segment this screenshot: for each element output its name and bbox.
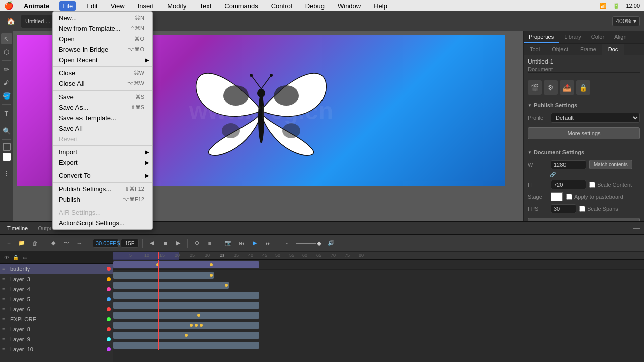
outline-icon[interactable]: ▭ [20, 253, 29, 262]
layer-row-10[interactable]: ≡ Layer_10 [0, 344, 113, 354]
text-tool[interactable]: T [1, 108, 12, 119]
sub-tab-doc[interactable]: Doc [602, 44, 624, 55]
stroke-color[interactable] [3, 143, 11, 151]
untitled-tab[interactable]: Untitled-... [21, 15, 54, 28]
layer-row-4[interactable]: ≡ Layer_4 [0, 284, 113, 294]
doc-icon-export[interactable]: 📤 [560, 80, 574, 95]
menu-convert-to[interactable]: Convert To ▶ [53, 170, 152, 181]
menu-edit[interactable]: Edit [83, 1, 100, 11]
ease-btn[interactable]: ~ [281, 238, 292, 249]
apply-pasteboard-checkbox[interactable] [566, 194, 572, 200]
keyframe-btn[interactable]: ◆ [48, 238, 59, 249]
play-btn[interactable]: ▶ [249, 238, 260, 249]
menu-save[interactable]: Save ⌘S [53, 92, 152, 102]
app-name[interactable]: Animate [21, 1, 52, 11]
menu-file[interactable]: File [59, 1, 76, 11]
menu-commands[interactable]: Commands [221, 1, 261, 11]
menu-close[interactable]: Close ⌘W [53, 68, 152, 78]
menu-save-as[interactable]: Save As... ⇧⌘S [53, 102, 152, 113]
layer-row-6[interactable]: ≡ Layer_6 [0, 304, 113, 314]
menu-browse-bridge[interactable]: Browse in Bridge ⌥⌘O [53, 44, 152, 55]
doc-icon-lock[interactable]: 🔒 [576, 80, 590, 95]
menu-control[interactable]: Control [268, 1, 295, 11]
sub-tab-frame[interactable]: Frame [574, 44, 602, 55]
pencil-tool[interactable]: ✏ [1, 64, 12, 75]
h-input[interactable] [551, 180, 586, 189]
add-layer-btn[interactable]: ＋ [3, 238, 14, 249]
lock-layer-icon[interactable]: 🔒 [11, 253, 20, 262]
menu-insert[interactable]: Insert [135, 1, 157, 11]
layer-row-3[interactable]: ≡ Layer_3 [0, 274, 113, 284]
brush-tool[interactable]: 🖌 [1, 77, 12, 88]
tween-btn[interactable]: 〜 [61, 238, 72, 249]
w-input[interactable] [551, 160, 586, 169]
timeline-collapse-btn[interactable]: — [633, 224, 640, 232]
delete-layer-btn[interactable]: 🗑 [29, 238, 40, 249]
layer-row-9[interactable]: ≡ Layer_9 [0, 334, 113, 344]
layer-row-explore[interactable]: ≡ EXPLORE [0, 314, 113, 324]
menu-modify[interactable]: Modify [164, 1, 189, 11]
sub-tab-object[interactable]: Object [546, 44, 574, 55]
menu-import[interactable]: Import ▶ [53, 147, 152, 157]
tab-align[interactable]: Align [609, 31, 631, 43]
layer-row-8[interactable]: ≡ Layer_8 [0, 324, 113, 334]
subselect-tool[interactable]: ⬡ [1, 46, 12, 57]
menu-export[interactable]: Export ▶ [53, 157, 152, 168]
menu-new-from-template[interactable]: New from Template... ⇧⌘N [53, 23, 152, 34]
sync-btn[interactable]: ≡ [204, 238, 215, 249]
capture-btn[interactable]: 📷 [223, 238, 234, 249]
scale-content-checkbox[interactable] [589, 182, 595, 188]
fill-color[interactable] [3, 153, 11, 161]
document-settings-header[interactable]: ▼ Document Settings [524, 146, 644, 158]
menu-view[interactable]: View [108, 1, 128, 11]
sound-btn[interactable]: 🔊 [326, 238, 337, 249]
menu-publish-settings[interactable]: Publish Settings... ⇧⌘F12 [53, 184, 152, 194]
profile-select[interactable]: Default [551, 113, 640, 123]
menu-text[interactable]: Text [196, 1, 214, 11]
menu-save-all[interactable]: Save All [53, 123, 152, 134]
home-btn[interactable]: 🏠 [4, 15, 17, 28]
fps-display[interactable]: 30.00FPS [93, 239, 119, 248]
menu-save-as-template[interactable]: Save as Template... [53, 113, 152, 123]
menu-new[interactable]: New... ⌘N [53, 13, 152, 23]
match-contents-btn[interactable]: Match contents [589, 160, 632, 169]
fast-forward-btn[interactable]: ⏭ [262, 238, 273, 249]
menu-open-recent[interactable]: Open Recent ▶ [53, 55, 152, 65]
scale-spans-checkbox[interactable] [579, 206, 585, 212]
doc-icon-scene[interactable]: 🎬 [528, 80, 542, 95]
motion-btn[interactable]: → [74, 238, 85, 249]
zoom-tool[interactable]: 🔍 [1, 125, 12, 136]
zoom-control[interactable]: 400% ▾ [612, 16, 640, 26]
next-frame-btn[interactable]: ▶ [173, 238, 184, 249]
stage-color-swatch[interactable] [551, 192, 563, 201]
rewind-btn[interactable]: ⏮ [236, 238, 247, 249]
apple-icon[interactable]: 🍎 [4, 1, 14, 10]
prev-frame-btn[interactable]: ◀ [146, 238, 157, 249]
menu-debug[interactable]: Debug [302, 1, 328, 11]
folder-btn[interactable]: 📁 [16, 238, 27, 249]
tab-properties[interactable]: Properties [524, 31, 559, 43]
more-tools[interactable]: ⋮ [1, 167, 12, 178]
eye-icon[interactable]: 👁 [2, 253, 11, 262]
tab-timeline[interactable]: Timeline [4, 224, 31, 232]
more-settings-btn-1[interactable]: More settings [528, 127, 640, 139]
stop-btn[interactable]: ⏹ [159, 238, 171, 249]
menu-window[interactable]: Window [335, 1, 364, 11]
menu-actionscript-settings[interactable]: ActionScript Settings... [53, 218, 152, 228]
frame-display[interactable]: 15F [121, 239, 139, 248]
menu-help[interactable]: Help [371, 1, 390, 11]
publish-settings-header[interactable]: ▼ Publish Settings [524, 99, 644, 111]
menu-close-all[interactable]: Close All ⌥⌘W [53, 78, 152, 89]
tab-color[interactable]: Color [586, 31, 609, 43]
layer-row-butterfly[interactable]: ≡ butterfly [0, 264, 113, 274]
paint-bucket-tool[interactable]: 🪣 [1, 90, 12, 101]
selection-tool[interactable]: ↖ [1, 33, 12, 44]
menu-publish[interactable]: Publish ⌥⌘F12 [53, 194, 152, 205]
layer-row-5[interactable]: ≡ Layer_5 [0, 294, 113, 304]
menu-open[interactable]: Open ⌘O [53, 34, 152, 44]
doc-icon-publish[interactable]: ⚙ [544, 80, 558, 95]
tab-library[interactable]: Library [559, 31, 586, 43]
loop-btn[interactable]: ⊙ [191, 238, 202, 249]
fps-input[interactable] [551, 204, 576, 213]
more-settings-btn-2[interactable]: More settings [528, 218, 640, 221]
